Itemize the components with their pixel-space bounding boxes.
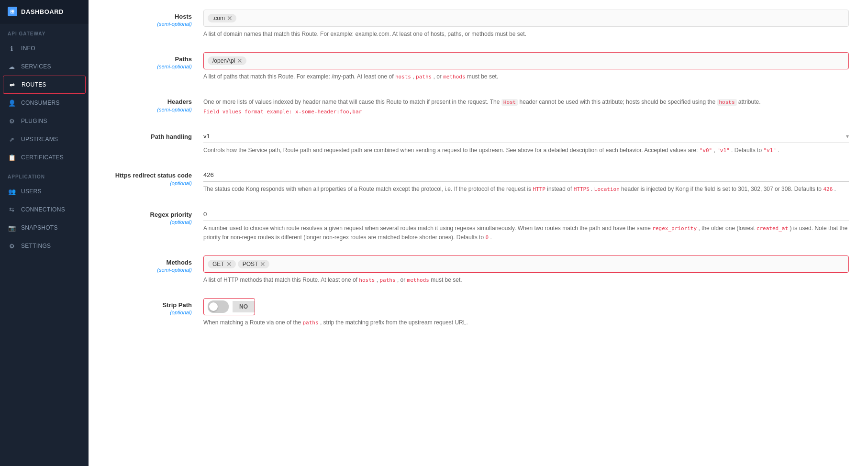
strip-path-toggle-switch[interactable] <box>208 300 229 313</box>
methods-desc-after: must be set. <box>431 277 462 283</box>
paths-tag-openapi-remove[interactable]: ✕ <box>237 57 243 64</box>
sidebar-item-routes[interactable]: ⇌ ROUTES <box>3 76 86 94</box>
regex-priority-description: A number used to choose which route reso… <box>203 224 849 242</box>
methods-tag-get: GET ✕ <box>208 260 236 268</box>
path-handling-code-default: "v1" <box>763 147 776 154</box>
paths-tag-openapi: /openApi ✕ <box>208 56 246 65</box>
https-redirect-label: Https redirect status code <box>108 171 192 180</box>
application-section: APPLICATION 👥 USERS ⇆ CONNECTIONS 📷 SNAP… <box>0 166 89 255</box>
headers-code-host: Host <box>501 99 518 106</box>
https-redirect-code-default: 426 <box>823 186 833 192</box>
hosts-field-col: .com ✕ A list of domain names that match… <box>203 10 849 39</box>
sidebar-item-users[interactable]: 👥 USERS <box>0 182 89 200</box>
regex-priority-code-regex: regex_priority <box>652 225 697 232</box>
https-redirect-input[interactable] <box>203 168 849 182</box>
sidebar-item-settings-label: SETTINGS <box>21 243 51 249</box>
sidebar-item-settings[interactable]: ⚙ SETTINGS <box>0 237 89 255</box>
sidebar-item-snapshots[interactable]: 📷 SNAPSHOTS <box>0 219 89 237</box>
methods-tag-post: POST ✕ <box>238 260 270 268</box>
strip-path-desc-before: When matching a Route via one of the <box>203 319 301 326</box>
sidebar-item-consumers-label: CONSUMERS <box>21 100 60 106</box>
hosts-tag-com-remove[interactable]: ✕ <box>227 15 233 22</box>
path-handling-desc-before: Controls how the Service path, Route pat… <box>203 147 700 154</box>
paths-tag-openapi-value: /openApi <box>212 57 235 64</box>
application-section-label: APPLICATION <box>0 166 89 182</box>
sidebar-item-certificates[interactable]: 📋 CERTIFICATES <box>0 148 89 166</box>
sidebar-item-routes-label: ROUTES <box>22 81 46 88</box>
methods-code-methods: methods <box>407 277 429 283</box>
sidebar-item-info-label: INFO <box>21 45 35 52</box>
https-redirect-code-location: Location <box>594 186 620 192</box>
api-gateway-section-label: API GATEWAY <box>0 23 89 39</box>
headers-label-col: Headers (semi-optional) <box>108 95 203 112</box>
regex-priority-row: Regex priority (optional) A number used … <box>108 208 849 242</box>
dashboard-icon: ⊞ <box>8 7 17 16</box>
https-redirect-desc2: instead of <box>547 186 572 192</box>
regex-priority-input[interactable] <box>203 208 849 221</box>
https-redirect-desc1: The status code Kong responds with when … <box>203 186 531 192</box>
strip-path-sublabel: (optional) <box>108 310 192 315</box>
regex-priority-code-default: 0 <box>485 234 489 241</box>
path-handling-select[interactable]: v1 v0 <box>203 130 846 143</box>
paths-tag-input[interactable]: /openApi ✕ <box>203 52 849 69</box>
api-gateway-section: API GATEWAY ℹ INFO ☁ SERVICES ⇌ ROUTES 👤… <box>0 23 89 166</box>
snapshots-icon: 📷 <box>8 223 16 232</box>
https-redirect-description: The status code Kong responds with when … <box>203 185 849 194</box>
methods-code-paths: paths <box>379 277 395 283</box>
headers-desc3: attribute. <box>738 99 761 105</box>
path-handling-select-wrapper[interactable]: v1 v0 <box>203 130 849 143</box>
strip-path-row: Strip Path (optional) NO When matching a… <box>108 298 849 327</box>
sidebar-item-info[interactable]: ℹ INFO <box>0 39 89 57</box>
dashboard-label: DASHBOARD <box>21 8 64 15</box>
sidebar: ⊞ DASHBOARD API GATEWAY ℹ INFO ☁ SERVICE… <box>0 0 89 466</box>
sidebar-item-plugins-label: PLUGINS <box>21 118 47 124</box>
hosts-description: A list of domain names that match this R… <box>203 30 849 39</box>
headers-label: Headers <box>108 98 192 106</box>
users-icon: 👥 <box>8 187 16 196</box>
headers-desc1: One or more lists of values indexed by h… <box>203 99 500 105</box>
methods-label-col: Methods (semi-optional) <box>108 255 203 273</box>
https-redirect-dot: . <box>591 186 594 192</box>
sidebar-item-connections-label: CONNECTIONS <box>21 206 65 213</box>
methods-or: , or <box>397 277 407 283</box>
strip-path-description: When matching a Route via one of the pat… <box>203 318 849 327</box>
hosts-label-col: Hosts (semi-optional) <box>108 10 203 27</box>
methods-tag-post-value: POST <box>243 261 258 267</box>
strip-path-toggle-container[interactable]: NO <box>203 298 255 315</box>
methods-label: Methods <box>108 258 192 267</box>
path-handling-label-col: Path handling <box>108 130 203 141</box>
plugins-icon: ⚙ <box>8 117 16 125</box>
https-redirect-period: . <box>835 186 836 192</box>
strip-path-desc-after: , strip the matching prefix from the ups… <box>320 319 468 326</box>
methods-tag-input[interactable]: GET ✕ POST ✕ <box>203 255 849 273</box>
https-redirect-label-col: Https redirect status code (optional) <box>108 168 203 186</box>
strip-path-toggle-no[interactable]: NO <box>233 301 255 312</box>
hosts-label: Hosts <box>108 12 192 21</box>
sidebar-item-users-label: USERS <box>21 188 42 195</box>
regex-priority-desc2: , the older one (lowest <box>698 225 755 232</box>
headers-sublabel: (semi-optional) <box>108 107 192 112</box>
sidebar-item-upstreams[interactable]: ⇗ UPSTREAMS <box>0 130 89 148</box>
methods-tag-get-remove[interactable]: ✕ <box>226 261 232 267</box>
paths-row: Paths (semi-optional) /openApi ✕ A list … <box>108 52 849 81</box>
paths-sublabel: (semi-optional) <box>108 64 192 69</box>
methods-tag-post-remove[interactable]: ✕ <box>260 261 266 267</box>
regex-priority-sublabel: (optional) <box>108 219 192 225</box>
methods-code-hosts: hosts <box>359 277 375 283</box>
paths-code-hosts: hosts <box>395 74 411 80</box>
sidebar-header[interactable]: ⊞ DASHBOARD <box>0 0 89 23</box>
hosts-tag-input[interactable]: .com ✕ <box>203 10 849 27</box>
sidebar-item-connections[interactable]: ⇆ CONNECTIONS <box>0 200 89 219</box>
paths-label: Paths <box>108 55 192 64</box>
regex-priority-label: Regex priority <box>108 211 192 219</box>
strip-path-label: Strip Path <box>108 301 192 310</box>
paths-desc-before: A list of paths that match this Route. F… <box>203 73 395 80</box>
paths-field-col: /openApi ✕ A list of paths that match th… <box>203 52 849 81</box>
path-handling-description: Controls how the Service path, Route pat… <box>203 146 849 155</box>
https-redirect-sublabel: (optional) <box>108 180 192 186</box>
strip-path-label-col: Strip Path (optional) <box>108 298 203 315</box>
sidebar-item-consumers[interactable]: 👤 CONSUMERS <box>0 94 89 112</box>
sidebar-item-plugins[interactable]: ⚙ PLUGINS <box>0 112 89 130</box>
consumers-icon: 👤 <box>8 99 16 107</box>
sidebar-item-services[interactable]: ☁ SERVICES <box>0 57 89 76</box>
